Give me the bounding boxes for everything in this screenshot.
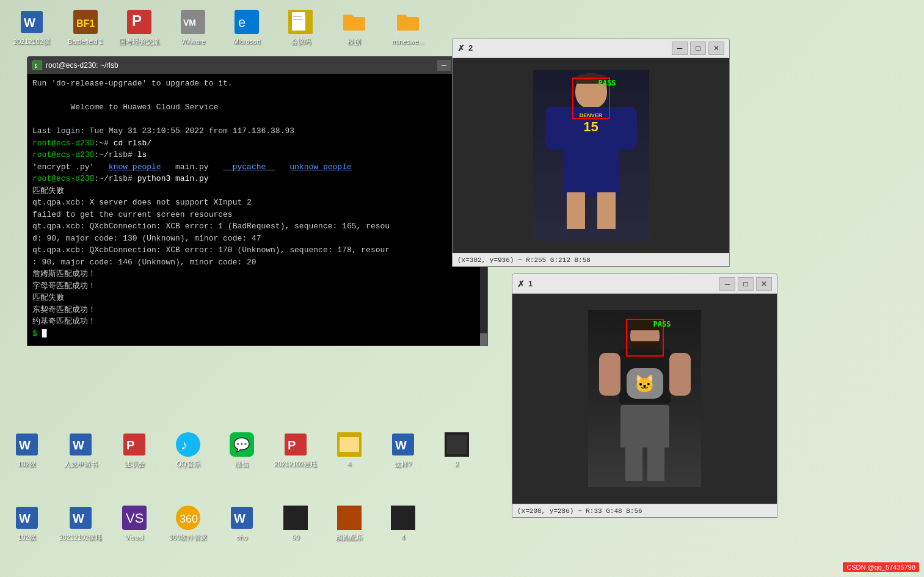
svg-text:P: P <box>126 438 134 452</box>
svg-text:W: W <box>24 16 35 29</box>
folder-icon <box>340 7 369 37</box>
icon-label: 模创 <box>347 38 361 46</box>
svg-text:P: P <box>288 438 296 452</box>
xwindow2-maximize-button[interactable]: □ <box>690 42 706 55</box>
4b-icon <box>388 503 418 532</box>
desktop: W 20212102侯 BF1 Battlefield 1 P 国考经验交流 V… <box>0 0 924 577</box>
icon-label: VMware <box>181 38 205 46</box>
player-team: DENVER <box>580 112 603 118</box>
icon-qqmusic[interactable]: ♪ QQ音乐 <box>161 427 215 471</box>
icon-20212102houzhu[interactable]: P 20212102候珏 <box>269 427 322 471</box>
xwindow2-body: 15 DENVER PASS <box>453 58 729 253</box>
svg-text:W: W <box>73 512 84 525</box>
icon-label: 微信 <box>235 460 249 468</box>
terminal-window[interactable]: $ root@ecs-d230: ~/rlsb ─ □ ✕ Run 'do-re… <box>27 56 488 346</box>
word3-icon: W <box>12 430 42 459</box>
person-arm-left <box>599 353 620 396</box>
icon-mochuang[interactable]: 模创 <box>327 5 381 48</box>
icon-label: 20212102侯 <box>13 38 50 46</box>
archive2-icon <box>442 430 471 459</box>
doc-red-icon: P <box>281 430 310 459</box>
icons-row-3: W 102侯 W 入党申请书 P 述职会 ♪ QQ音乐 <box>0 427 484 471</box>
terminal-output: Run 'do-release-upgrade' to upgrade to i… <box>32 78 482 339</box>
icon-pianpao[interactable]: 顽跑配乐 <box>322 501 376 544</box>
icon-label: 102侯 <box>18 460 35 468</box>
icon-word3[interactable]: W 102侯 <box>0 427 54 471</box>
x-logo-1: ✗ <box>517 279 525 289</box>
xwindow1-close-button[interactable]: ✕ <box>756 277 772 291</box>
wechat-icon: 💬 <box>227 430 256 459</box>
xwindow1-controls: ─ □ ✕ <box>719 277 772 291</box>
icon-parallels[interactable]: P 国考经验交流 <box>112 5 166 48</box>
svg-text:VM: VM <box>183 18 196 27</box>
person-pants <box>620 405 669 448</box>
xwindow1-title: ✗ 1 <box>517 279 533 289</box>
xwindow2-controls: ─ □ ✕ <box>672 42 724 55</box>
xwindow2-minimize-button[interactable]: ─ <box>672 42 688 55</box>
icon-360[interactable]: 360 360软件管家 <box>161 501 215 544</box>
xwindow-1[interactable]: ✗ 1 ─ □ ✕ <box>512 274 777 518</box>
icon-label: 20212102侯珏 <box>59 534 103 542</box>
terminal-body: Run 'do-release-upgrade' to upgrade to i… <box>27 74 487 346</box>
icon-zheyangzuo[interactable]: W 这样? <box>376 427 430 471</box>
xwindow-2[interactable]: ✗ 2 ─ □ ✕ <box>452 38 730 267</box>
icon-mineswe[interactable]: mineswe... <box>381 5 435 48</box>
xwindow2-close-button[interactable]: ✕ <box>708 42 724 55</box>
mineswe-icon <box>393 7 423 37</box>
svg-text:$: $ <box>34 63 37 69</box>
player-leg-right <box>597 192 616 229</box>
icon-90[interactable]: 90 <box>269 501 322 544</box>
icon-vmware[interactable]: VM VMware <box>166 5 220 48</box>
icon-huiyima[interactable]: 会议码 <box>274 5 327 48</box>
icon-label: 4 <box>401 534 405 542</box>
player-image: 15 DENVER PASS <box>533 70 649 241</box>
xwindow2-status: (x=382, y=936) ~ R:255 G:212 B:58 <box>453 253 729 266</box>
icon-word[interactable]: W 20212102侯 <box>5 5 59 48</box>
pianpao-icon <box>335 503 364 532</box>
desktop-icons: W 20212102侯 BF1 Battlefield 1 P 国考经验交流 V… <box>0 0 489 51</box>
svg-text:W: W <box>19 438 31 452</box>
svg-rect-12 <box>293 16 302 17</box>
icon-wechat[interactable]: 💬 微信 <box>215 427 269 471</box>
icon-edge[interactable]: e Microsoft <box>220 5 274 48</box>
qqmusic-icon: ♪ <box>173 430 203 459</box>
terminal-minimize-button[interactable]: ─ <box>437 60 451 71</box>
icon-label: 述职会 <box>125 460 145 468</box>
shuzhi-icon: P <box>120 430 149 459</box>
word-icon: W <box>17 7 46 37</box>
vmware-icon: VM <box>178 7 208 37</box>
terminal-icon: $ <box>32 60 42 70</box>
icon-shuzhi[interactable]: P 述职会 <box>107 427 161 471</box>
xwindow2-titlebar: ✗ 2 ─ □ ✕ <box>453 38 729 58</box>
xwindow1-status: (x=208, y=286) ~ R:33 G:48 B:56 <box>512 504 777 517</box>
icon-label: 国考经验交流 <box>119 38 159 46</box>
icon-label: Visual <box>125 534 144 542</box>
zheyangzuo-icon: W <box>388 430 418 459</box>
icon-rudang[interactable]: W 入党申请书 <box>54 427 107 471</box>
icon-4[interactable]: 4 <box>322 427 376 471</box>
icon-2[interactable]: 2 <box>430 427 484 471</box>
icon-label: 2 <box>455 460 459 468</box>
icon-label: 会议码 <box>291 38 311 46</box>
person-arm-right <box>669 353 691 396</box>
icon-word4[interactable]: W 102侯 <box>0 501 54 544</box>
svg-rect-60 <box>391 506 415 530</box>
xwindow1-minimize-button[interactable]: ─ <box>719 277 735 291</box>
svg-text:e: e <box>238 15 246 30</box>
archive4-icon <box>335 430 364 459</box>
svg-text:W: W <box>73 438 84 452</box>
icon-visual-studio[interactable]: VS Visual <box>107 501 161 544</box>
icon-battlefield[interactable]: BF1 Battlefield 1 <box>59 5 112 48</box>
icon-word5[interactable]: W 20212102侯珏 <box>54 501 107 544</box>
xwindow1-maximize-button[interactable]: □ <box>738 277 754 291</box>
icon-oho[interactable]: W oho <box>215 501 269 544</box>
icon-label: 4 <box>347 460 351 468</box>
90-icon <box>281 503 310 532</box>
detection-pass-label-1: PASS <box>653 320 671 328</box>
icon-label: 这样? <box>395 460 412 468</box>
svg-text:W: W <box>19 512 31 525</box>
xwindow1-coords: (x=208, y=286) ~ R:33 G:48 B:56 <box>517 507 642 515</box>
terminal-scrollbar-thumb[interactable] <box>480 333 487 346</box>
xwindow1-titlebar: ✗ 1 ─ □ ✕ <box>512 274 777 294</box>
icon-4b[interactable]: 4 <box>376 501 430 544</box>
